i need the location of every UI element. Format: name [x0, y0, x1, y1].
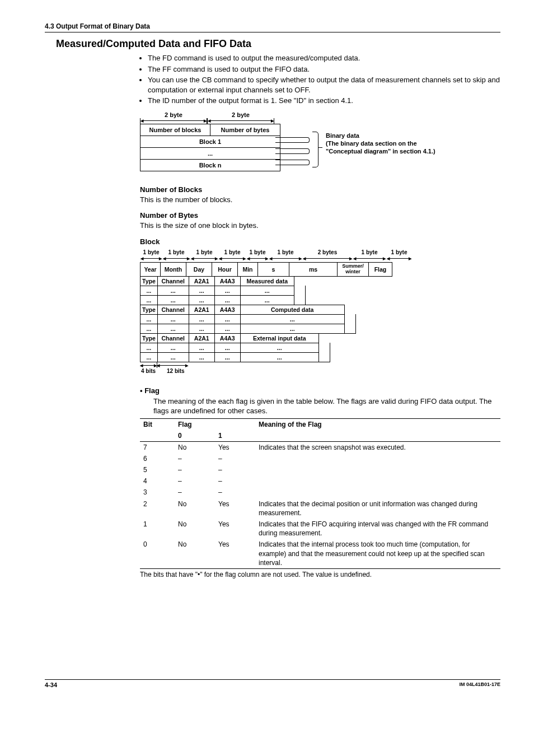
- bullet: You can use the CB command to specify wh…: [148, 75, 500, 95]
- doc-id: IM 04L41B01-17E: [459, 682, 500, 688]
- bullet: The FF command is used to output the FIF…: [148, 64, 500, 74]
- num-blocks-text: This is the number of blocks.: [140, 195, 500, 205]
- bullet: The ID number of the output format is 1.…: [148, 96, 500, 106]
- cell-num-bytes: Number of bytes: [210, 124, 280, 136]
- num-bytes-text: This is the size of one block in bytes.: [140, 221, 500, 231]
- block-diagram: 1 byte◀▶ 1 byte◀▶ 1 byte◀▶ 1 byte◀▶ 1 by…: [140, 249, 500, 374]
- block-head: Block: [140, 237, 500, 246]
- page-title: Measured/Computed Data and FIFO Data: [56, 38, 500, 50]
- binary-format-diagram: 2 byte ◀▶ 2 byte ◀▶ Number of blocks Num…: [140, 111, 500, 179]
- cell-dots: ...: [140, 147, 280, 159]
- block-table: Number of blocks Number of bytes Block 1…: [140, 124, 280, 171]
- bullet: The FD command is used to output the mea…: [148, 53, 500, 63]
- brace-label: Binary data (The binary data section on …: [326, 132, 455, 156]
- flag-table: Bit Flag Meaning of the Flag 0 1 7NoYesI…: [140, 418, 500, 569]
- cell-num-blocks: Number of blocks: [140, 124, 210, 136]
- intro-bullets: The FD command is used to output the mea…: [140, 53, 500, 106]
- flag-heading: • Flag: [140, 386, 500, 395]
- page-number: 4-34: [45, 682, 57, 688]
- num-blocks-head: Number of Blocks: [140, 185, 500, 194]
- cell-blockn: Block n: [140, 159, 280, 171]
- num-bytes-head: Number of Bytes: [140, 211, 500, 220]
- dim-label: 2 byte: [207, 111, 274, 118]
- page-footer: 4-34 IM 04L41B01-17E: [45, 679, 500, 688]
- flag-intro: The meaning of the each flag is given in…: [153, 396, 500, 416]
- dim-label: 2 byte: [140, 111, 207, 118]
- section-header: 4.3 Output Format of Binary Data: [45, 22, 500, 32]
- cell-block1: Block 1: [140, 136, 280, 147]
- flag-footnote: The bits that have "•" for the flag colu…: [140, 571, 500, 578]
